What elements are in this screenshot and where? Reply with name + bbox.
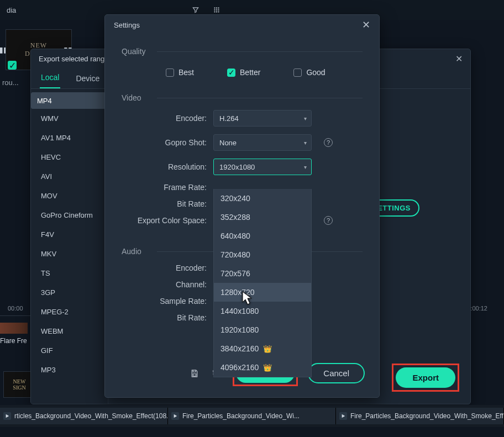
settings-dialog: Settings ✕ Quality Best ✓ Better Good Vi… [104,14,380,398]
quality-label: Good [306,68,325,77]
format-item[interactable]: MPEG-2 [31,302,108,322]
checkbox-icon: ✓ [227,69,235,77]
quality-option-good[interactable]: Good [293,68,325,77]
export-button-highlight: Export [392,364,459,392]
svg-point-6 [214,11,215,12]
settings-title: Settings [114,21,140,29]
video-bitrate-label: Bit Rate: [122,199,207,208]
check-icon: ✓ [8,61,17,70]
quality-label: Best [179,68,194,77]
export-button[interactable]: Export [396,367,455,388]
framerate-label: Frame Rate: [122,183,207,192]
samplerate-label: Sample Rate: [122,297,207,306]
resolution-option[interactable]: 1280x720 [214,283,311,302]
timeline-clip[interactable]: Fire_Particles_Background_Video_Wi... [168,408,336,424]
timeline-clip[interactable]: Fire_Particles_Background_Video_With_Smo… [336,408,504,424]
format-list: MP4WMVAV1 MP4HEVCAVIMOVGoPro CineformF4V… [31,89,108,404]
clip-label: rticles_Background_Video_With_Smoke_Effe… [14,412,168,420]
crown-icon: 👑 [263,364,272,372]
close-icon[interactable]: ✕ [362,19,370,31]
resolution-option-label: 640x480 [221,231,250,240]
encoder-select[interactable]: H.264 ▾ [213,110,312,127]
resolution-option-label: 320x240 [221,194,250,203]
timeline-strip: rticles_Background_Video_With_Smoke_Effe… [0,405,504,427]
format-item[interactable]: MP4 [31,92,108,109]
resolution-option-label: 720x576 [221,269,250,278]
play-icon [3,412,11,420]
export-tab[interactable]: Device [75,69,101,88]
format-item[interactable]: MOV [31,186,108,206]
format-item[interactable]: GoPro Cineform [31,206,108,225]
clip-label: Fire_Particles_Background_Video_Wi... [182,412,300,420]
thumb-checkbox[interactable]: ✓ [8,61,17,70]
chevron-down-icon: ▾ [304,164,307,170]
audio-encoder-label: Encoder: [122,264,207,272]
format-item[interactable]: F4V [31,225,108,244]
resolution-option[interactable]: 3840x2160👑 [214,339,311,358]
help-icon[interactable]: ? [324,138,333,147]
checkbox-icon [293,69,302,77]
resolution-option[interactable]: 4096x2160👑 [214,358,311,377]
help-icon[interactable]: ? [324,216,333,225]
quality-label: Better [240,68,260,77]
svg-point-3 [214,9,215,10]
resolution-option[interactable]: 1920x1080 [214,320,311,339]
resolution-option-label: 720x480 [221,250,250,259]
resolution-option[interactable]: 352x288 [214,208,311,227]
quality-option-best[interactable]: Best [166,68,194,77]
timeline-label: Flare Fre [0,337,27,345]
resolution-option[interactable]: 720x480 [214,245,311,264]
cancel-button[interactable]: Cancel [308,363,365,383]
svg-point-7 [216,11,217,12]
timeline-clip[interactable]: rticles_Background_Video_With_Smoke_Effe… [0,408,168,424]
resolution-option[interactable]: 640x480 [214,227,311,245]
resolution-option[interactable]: 720x576 [214,264,311,283]
format-item[interactable]: 3GP [31,283,108,302]
format-item[interactable]: AVI [31,167,108,186]
format-item[interactable]: GIF [31,341,108,360]
svg-point-8 [218,11,219,12]
play-icon [171,412,179,420]
resolution-option-label: 1280x720 [221,288,255,297]
play-icon [339,412,347,420]
filter-icon[interactable] [190,4,201,15]
svg-point-4 [216,9,217,10]
grid-icon[interactable] [211,4,222,15]
resolution-select[interactable]: 1920x1080 ▾ [213,159,312,175]
chevron-down-icon: ▾ [304,115,307,122]
svg-point-1 [216,7,217,8]
encoder-label: Encoder: [122,114,207,123]
export-tab[interactable]: Local [40,67,60,88]
section-quality: Quality [122,47,363,56]
quality-option-better[interactable]: ✓ Better [227,68,260,77]
crown-icon: 👑 [263,345,272,353]
save-preset-icon[interactable] [188,367,201,380]
format-item[interactable]: MKV [31,244,108,264]
export-title: Export selected range [39,55,108,63]
svg-rect-9 [193,373,196,376]
resolution-option-label: 1920x1080 [221,325,259,334]
resolution-dropdown[interactable]: 320x240352x288640x480720x480720x5761280x… [213,189,312,377]
timeline-selection [0,323,28,334]
resolution-option-label: 1440x1080 [221,307,259,315]
format-item[interactable]: TS [31,264,108,283]
format-item[interactable]: WMV [31,109,108,128]
resolution-option[interactable]: 1440x1080 [214,302,311,320]
format-item[interactable]: AV1 MP4 [31,128,108,148]
resolution-option-label: 4096x2160 [221,363,259,372]
format-item[interactable]: HEVC [31,148,108,167]
svg-point-2 [218,7,219,8]
svg-point-0 [214,7,215,8]
quality-row: Best ✓ Better Good [122,64,363,87]
format-item[interactable]: MP3 [31,360,108,380]
settings-title-bar: Settings ✕ [105,15,379,35]
close-icon[interactable]: ✕ [455,54,463,64]
resolution-option-label: 3840x2160 [221,344,259,353]
format-item[interactable]: WEBM [31,322,108,341]
chevron-down-icon: ▾ [304,140,307,146]
resolution-option[interactable]: 320x240 [214,189,311,208]
gopro-select[interactable]: None ▾ [213,134,312,151]
svg-point-5 [218,9,219,10]
checkbox-icon [166,69,174,77]
resolution-option-label: 352x288 [221,213,250,222]
